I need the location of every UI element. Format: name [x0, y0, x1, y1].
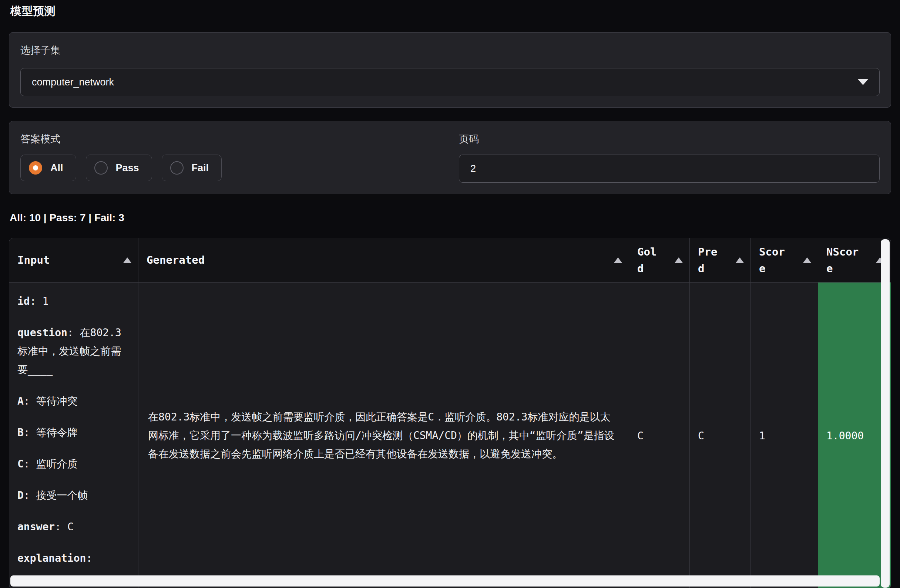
cell-score: 1: [751, 283, 818, 588]
cell-gold: C: [629, 283, 689, 588]
subset-dropdown[interactable]: computer_network: [20, 68, 880, 96]
sort-asc-icon: [123, 257, 131, 263]
column-header-score[interactable]: Score: [751, 238, 818, 282]
chevron-down-icon: [858, 79, 868, 85]
input-field-id: id: 1: [17, 292, 130, 311]
model-prediction-page: 模型预测 选择子集 computer_network 答案模式 All Pass: [0, 0, 900, 588]
page-number-group: 页码 2: [459, 132, 880, 183]
radio-option-label: Pass: [116, 162, 139, 174]
page-number-label: 页码: [459, 132, 880, 146]
page-number-input[interactable]: 2: [459, 155, 880, 183]
input-field-option-a: A: 等待冲突: [17, 392, 130, 410]
table-horizontal-scrollbar[interactable]: [10, 576, 880, 586]
cell-nscore: 1.0000: [818, 283, 891, 588]
radio-unselected-icon: [95, 161, 108, 175]
cell-input: id: 1 question: 在802.3标准中，发送帧之前需要____ A:…: [9, 283, 138, 588]
table-vertical-scrollbar[interactable]: [881, 239, 890, 588]
sort-asc-icon: [803, 257, 811, 263]
subset-dropdown-value: computer_network: [32, 77, 114, 88]
column-header-pred[interactable]: Pred: [689, 238, 751, 282]
radio-option-label: Fail: [192, 162, 209, 174]
radio-selected-icon: [29, 161, 42, 175]
predictions-table: Input Generated Gold Pred Score NScore: [9, 238, 891, 588]
page-number-value: 2: [470, 163, 476, 175]
subset-panel: 选择子集 computer_network: [9, 32, 891, 108]
column-header-gold[interactable]: Gold: [629, 238, 689, 282]
table-header-row: Input Generated Gold Pred Score NScore: [9, 238, 891, 283]
table-row: id: 1 question: 在802.3标准中，发送帧之前需要____ A:…: [9, 283, 891, 588]
column-header-generated[interactable]: Generated: [138, 238, 629, 282]
input-field-explanation: explanation:: [17, 549, 130, 568]
radio-option-fail[interactable]: Fail: [162, 155, 222, 181]
cell-generated: 在802.3标准中，发送帧之前需要监听介质，因此正确答案是C．监听介质。802.…: [138, 283, 629, 588]
answer-mode-label: 答案模式: [20, 132, 441, 146]
radio-option-pass[interactable]: Pass: [86, 155, 152, 181]
answer-mode-radios: All Pass Fail: [20, 155, 441, 181]
radio-unselected-icon: [170, 161, 183, 175]
sort-asc-icon: [614, 257, 622, 263]
input-field-question: question: 在802.3标准中，发送帧之前需要____: [17, 323, 130, 379]
input-field-option-c: C: 监听介质: [17, 455, 130, 473]
column-header-input[interactable]: Input: [9, 238, 138, 282]
filter-panel: 答案模式 All Pass Fail 页码 2: [9, 121, 891, 194]
radio-option-label: All: [50, 162, 63, 174]
radio-option-all[interactable]: All: [20, 155, 76, 181]
input-field-option-d: D: 接受一个帧: [17, 486, 130, 505]
page-title: 模型预测: [9, 4, 891, 19]
sort-asc-icon: [736, 257, 744, 263]
input-field-option-b: B: 等待令牌: [17, 424, 130, 442]
sort-asc-icon: [675, 257, 683, 263]
input-field-answer: answer: C: [17, 518, 130, 536]
subset-label: 选择子集: [20, 43, 880, 57]
stats-summary: All: 10 | Pass: 7 | Fail: 3: [9, 212, 891, 224]
column-header-nscore[interactable]: NScore: [818, 238, 891, 282]
cell-pred: C: [689, 283, 751, 588]
answer-mode-group: 答案模式 All Pass Fail: [20, 132, 441, 183]
